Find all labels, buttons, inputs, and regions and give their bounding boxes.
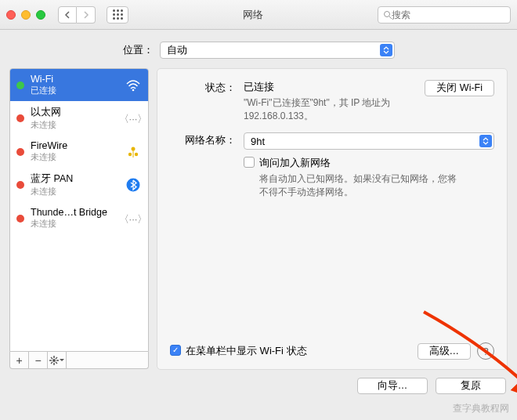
- search-input[interactable]: [392, 9, 505, 20]
- svg-line-17: [51, 362, 52, 364]
- footer-buttons: 向导… 复原: [0, 370, 517, 394]
- status-dot: [16, 181, 24, 189]
- svg-point-5: [128, 152, 132, 155]
- show-all-button[interactable]: [107, 6, 128, 24]
- status-dot: [16, 81, 24, 89]
- wifi-icon: [125, 79, 142, 92]
- interface-name: 蓝牙 PAN: [31, 172, 118, 186]
- svg-text:〈···〉: 〈···〉: [125, 213, 141, 225]
- watermark: 查字典教程网: [453, 402, 509, 415]
- sidebar-item-wifi[interactable]: Wi-Fi已连接: [10, 69, 148, 101]
- status-dot: [16, 148, 24, 156]
- interface-name: FireWire: [31, 140, 118, 151]
- ask-join-label: 询问加入新网络: [259, 156, 463, 170]
- list-controls: + −: [9, 352, 149, 369]
- zoom-window[interactable]: [36, 10, 45, 20]
- minimize-window[interactable]: [21, 10, 31, 20]
- chevron-updown-icon: [479, 135, 492, 147]
- menubar-checkbox[interactable]: [170, 345, 181, 356]
- svg-text:〈···〉: 〈···〉: [125, 113, 141, 125]
- svg-line-16: [56, 362, 57, 364]
- advanced-button[interactable]: 高级…: [418, 343, 472, 360]
- network-name-select[interactable]: 9ht: [244, 132, 494, 150]
- close-window[interactable]: [6, 10, 16, 20]
- gear-icon: [49, 356, 59, 365]
- interface-status: 未连接: [31, 151, 118, 163]
- location-select[interactable]: 自动: [160, 42, 395, 59]
- interface-status: 已连接: [31, 85, 118, 96]
- menubar-label: 在菜单栏中显示 Wi-Fi 状态: [186, 344, 307, 358]
- svg-point-6: [135, 152, 138, 155]
- chevron-updown-icon: [380, 44, 392, 56]
- ask-join-checkbox[interactable]: [244, 157, 255, 168]
- interface-name: Thunde…t Bridge: [31, 207, 118, 218]
- sidebar-item-ethernet[interactable]: 以太网未连接〈···〉: [10, 101, 148, 136]
- location-label: 位置：: [123, 44, 154, 57]
- network-sidebar: Wi-Fi已连接以太网未连接〈···〉FireWire未连接蓝牙 PAN未连接T…: [9, 68, 149, 370]
- restore-button[interactable]: 复原: [436, 378, 506, 394]
- action-menu-button[interactable]: [48, 352, 67, 368]
- status-label: 状态：: [170, 80, 244, 123]
- search-field[interactable]: [378, 6, 511, 24]
- sidebar-item-firewire[interactable]: FireWire未连接: [10, 136, 148, 168]
- interface-name: 以太网: [31, 106, 118, 119]
- status-value: 已连接: [244, 80, 392, 94]
- assist-button[interactable]: 向导…: [357, 378, 428, 394]
- back-button[interactable]: [58, 6, 77, 24]
- firewire-icon: [125, 145, 142, 159]
- location-value: 自动: [167, 43, 187, 57]
- ask-join-description: 将自动加入已知网络。如果没有已知网络，您将不得不手动选择网络。: [259, 172, 463, 199]
- status-dot: [16, 215, 24, 223]
- ethernet-icon: 〈···〉: [125, 112, 142, 125]
- svg-point-10: [52, 359, 56, 362]
- chevron-down-icon: [60, 359, 64, 362]
- svg-line-18: [56, 357, 57, 359]
- help-button[interactable]: ?: [477, 342, 494, 360]
- svg-line-15: [51, 357, 52, 359]
- interface-status: 未连接: [31, 218, 118, 230]
- titlebar: 网络: [0, 0, 517, 30]
- thunderbolt-icon: 〈···〉: [125, 212, 142, 225]
- network-name-label: 网络名称：: [170, 132, 244, 199]
- forward-button[interactable]: [77, 6, 96, 24]
- window-title: 网络: [135, 8, 371, 22]
- bluetooth-icon: [125, 178, 142, 192]
- svg-point-0: [385, 11, 390, 16]
- interface-status: 未连接: [31, 119, 118, 131]
- remove-interface-button[interactable]: −: [29, 352, 48, 368]
- interface-status: 未连接: [31, 186, 118, 197]
- sidebar-item-thunderbolt[interactable]: Thunde…t Bridge未连接〈···〉: [10, 202, 148, 234]
- search-icon: [383, 10, 392, 20]
- detail-panel: 状态： 已连接 "Wi-Fi"已连接至"9ht"，其 IP 地址为 192.16…: [157, 68, 508, 370]
- toggle-wifi-button[interactable]: 关闭 Wi-Fi: [425, 80, 494, 96]
- location-row: 位置： 自动: [0, 30, 517, 68]
- status-dot: [16, 114, 24, 122]
- network-name-value: 9ht: [251, 136, 265, 147]
- status-description: "Wi-Fi"已连接至"9ht"，其 IP 地址为 192.168.0.133。: [244, 96, 392, 123]
- interface-name: Wi-Fi: [31, 74, 118, 85]
- traffic-lights: [6, 10, 45, 20]
- network-list: Wi-Fi已连接以太网未连接〈···〉FireWire未连接蓝牙 PAN未连接T…: [9, 68, 149, 352]
- sidebar-item-bluetooth[interactable]: 蓝牙 PAN未连接: [10, 168, 148, 202]
- nav-buttons: [58, 6, 96, 24]
- svg-point-2: [132, 89, 135, 91]
- add-interface-button[interactable]: +: [10, 352, 29, 368]
